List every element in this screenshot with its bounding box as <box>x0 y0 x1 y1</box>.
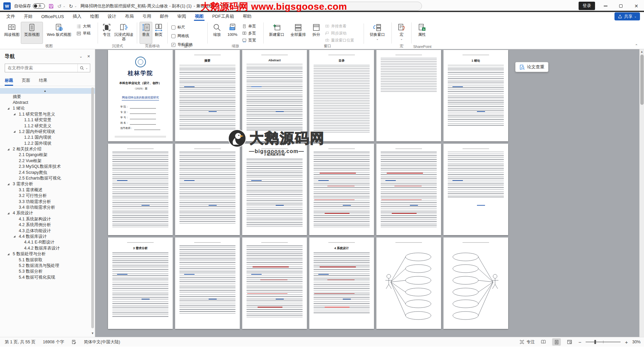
proofing-icon[interactable] <box>71 340 76 345</box>
word-count[interactable]: 16908 个字 <box>43 339 64 345</box>
nav-tab-2[interactable]: 页面 <box>22 78 30 86</box>
nav-heading-item[interactable]: 5.2 数据清洗与预处理 <box>0 263 95 269</box>
new-window-button[interactable]: 新建窗口 <box>266 22 287 44</box>
redo-icon[interactable]: ↻ <box>69 4 73 9</box>
page-thumbnail-8[interactable] <box>175 144 240 235</box>
document-scrollbar[interactable]: ▲ <box>639 49 644 337</box>
draft-view-button[interactable]: 草稿 <box>75 30 95 36</box>
nav-heading-item[interactable]: 3.3 功能需求分析 <box>0 199 95 204</box>
zoom-button[interactable]: 缩放 <box>210 22 224 44</box>
tab-8[interactable]: 引用 <box>138 12 156 21</box>
focus-mode-button[interactable]: 专注 <box>520 339 535 345</box>
page-thumbnail-10[interactable] <box>309 144 374 235</box>
navigation-search-button[interactable]: ⌄ <box>77 64 90 72</box>
page-thumbnail-1[interactable]: 桂林学院本科生毕业论文（设计、创作）（2025）届网络招聘信息的数据挖掘研究学 … <box>108 50 173 141</box>
nav-heading-item[interactable]: ▲ <box>0 88 95 94</box>
page-thumbnail-4[interactable]: 目录 <box>309 50 374 141</box>
page-thumbnail-6[interactable]: 1 绪论 <box>443 50 508 141</box>
properties-button[interactable]: S 属性 <box>414 22 430 44</box>
navigation-close-icon[interactable]: ✕ <box>87 54 90 59</box>
status-web-layout-button[interactable] <box>565 338 574 346</box>
split-button[interactable]: 拆分 <box>309 22 324 44</box>
nav-heading-item[interactable]: 1.2 国内外研究现状 <box>0 129 95 135</box>
one-page-button[interactable]: 单页 <box>241 23 261 29</box>
page-thumbnail-3[interactable]: Abstract <box>242 50 307 141</box>
page-width-button[interactable]: 页宽 <box>241 38 261 43</box>
vertical-button[interactable]: 垂直 <box>140 22 152 44</box>
nav-heading-item[interactable]: 4.4 数据库设计 <box>0 234 95 239</box>
page-thumbnail-13[interactable]: 3 需求分析 <box>108 237 173 329</box>
document-scrollbar-thumb[interactable] <box>640 55 644 105</box>
status-print-layout-button[interactable] <box>552 338 561 346</box>
nav-heading-item[interactable]: 1.1 研究背景与意义 <box>0 112 95 117</box>
restore-button[interactable] <box>613 0 629 12</box>
close-button[interactable]: ✕ <box>629 0 644 12</box>
focus-button[interactable]: 专注 <box>100 22 113 44</box>
navigation-options-icon[interactable]: ⌄ <box>79 54 83 59</box>
tab-9[interactable]: 邮件 <box>156 12 173 21</box>
undo-icon[interactable]: ↺ <box>57 4 62 9</box>
nav-heading-item[interactable]: 1.1.2 研究意义 <box>0 123 95 129</box>
navigation-scrollbar-thumb[interactable] <box>91 87 94 328</box>
expand-triangle-icon[interactable] <box>7 148 9 150</box>
ruler-checkbox[interactable]: 标尺 <box>170 24 205 30</box>
nav-heading-item[interactable]: 2.1 Django框架 <box>0 152 95 158</box>
tab-13[interactable]: 帮助 <box>238 12 256 21</box>
nav-heading-item[interactable]: 3.1 需求概述 <box>0 187 95 193</box>
nav-heading-item[interactable]: 1.2.2 国外现状 <box>0 141 95 146</box>
tab-7[interactable]: 布局 <box>121 12 138 21</box>
expand-triangle-icon[interactable] <box>13 235 15 237</box>
tab-11[interactable]: 视图 <box>191 12 208 21</box>
read-mode-button[interactable]: 阅读视图 <box>3 22 21 44</box>
navigation-search-input[interactable] <box>5 66 77 70</box>
minimize-button[interactable] <box>598 0 613 12</box>
page-thumbnail-7[interactable] <box>108 144 173 235</box>
nav-heading-item[interactable]: 4.4.1 E-R图设计 <box>0 239 95 245</box>
save-icon[interactable] <box>48 3 54 9</box>
tab-3[interactable]: OfficePLUS <box>37 12 68 21</box>
multiple-pages-button[interactable]: 多页 <box>241 30 261 36</box>
zoom-in-button[interactable]: + <box>625 339 628 345</box>
nav-heading-item[interactable]: 4 系统设计 <box>0 210 95 216</box>
page-thumbnail-14[interactable] <box>175 237 240 329</box>
zoom-out-button[interactable]: − <box>578 339 581 345</box>
paper-check-button[interactable]: 论文查重 <box>515 62 548 72</box>
page-thumbnail-18[interactable] <box>443 237 508 329</box>
navigation-scroll-down-icon[interactable]: ▼ <box>91 332 95 335</box>
expand-triangle-icon[interactable] <box>7 212 9 214</box>
nav-heading-item[interactable]: 3 需求分析 <box>0 181 95 187</box>
nav-heading-item[interactable]: 2.2 Vue框架 <box>0 158 95 164</box>
nav-heading-item[interactable]: 1.2.1 国内现状 <box>0 135 95 140</box>
nav-heading-item[interactable]: 1 绪论 <box>0 106 95 111</box>
outline-view-button[interactable]: 大纲 <box>75 23 95 29</box>
nav-heading-item[interactable]: 3.4 非功能需求分析 <box>0 205 95 210</box>
reset-window-position-button[interactable]: 重设窗口位置 <box>324 38 362 43</box>
expand-triangle-icon[interactable] <box>13 131 15 133</box>
expand-triangle-icon[interactable] <box>13 113 15 115</box>
arrange-all-button[interactable]: 全部重排 <box>287 22 309 44</box>
tab-10[interactable]: 审阅 <box>173 12 191 21</box>
nav-heading-item[interactable]: 1.1.1 研究背景 <box>0 117 95 123</box>
login-button[interactable]: 登录 <box>579 2 595 10</box>
autosave-toggle[interactable]: 关 <box>33 3 45 9</box>
expand-triangle-icon[interactable] <box>7 108 9 110</box>
nav-heading-item[interactable]: 3.2 可行性分析 <box>0 193 95 199</box>
nav-heading-item[interactable]: 5.3 数据分析 <box>0 269 95 274</box>
nav-heading-item[interactable]: 5 数据处理与分析 <box>0 251 95 257</box>
customize-toolbar-icon[interactable]: ⌄ <box>74 4 77 8</box>
nav-heading-item[interactable]: 4.3 总体功能设计 <box>0 228 95 233</box>
macros-button[interactable]: 宏 ⌄ <box>394 22 409 44</box>
side-to-side-button[interactable]: 翻页 <box>152 22 165 44</box>
tab-6[interactable]: 设计 <box>103 12 121 21</box>
nav-heading-item[interactable]: 4.1 系统架构设计 <box>0 216 95 222</box>
status-read-mode-button[interactable] <box>539 338 548 346</box>
nav-heading-item[interactable]: Abstract <box>0 100 95 106</box>
nav-heading-item[interactable]: 2.5 Echarts数据可视化 <box>0 176 95 181</box>
nav-heading-item[interactable]: 摘要 <box>0 94 95 99</box>
page-thumbnail-17[interactable] <box>376 237 441 329</box>
tab-2[interactable]: 开始 <box>19 12 37 21</box>
nav-heading-item[interactable]: 2.3 MySQL数据库技术 <box>0 164 95 169</box>
print-layout-button[interactable]: 页面视图 <box>21 22 43 44</box>
navigation-search[interactable]: ⌄ <box>5 64 90 72</box>
nav-heading-item[interactable]: 2.4 Scrapy爬虫 <box>0 169 95 175</box>
